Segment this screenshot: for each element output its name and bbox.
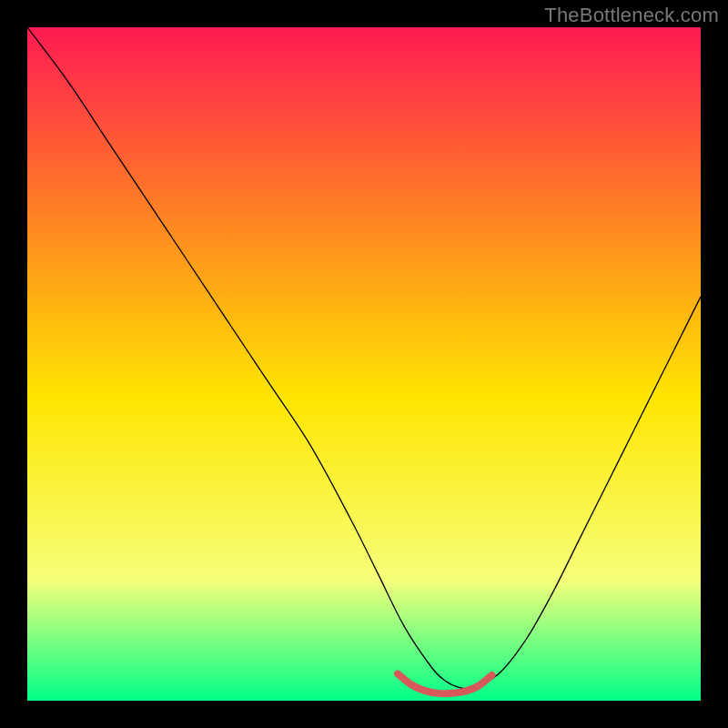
chart-frame: TheBottleneck.com xyxy=(0,0,728,728)
plot-area xyxy=(27,27,701,701)
chart-svg xyxy=(27,27,701,701)
watermark-text: TheBottleneck.com xyxy=(544,4,719,27)
gradient-bg xyxy=(27,27,701,701)
